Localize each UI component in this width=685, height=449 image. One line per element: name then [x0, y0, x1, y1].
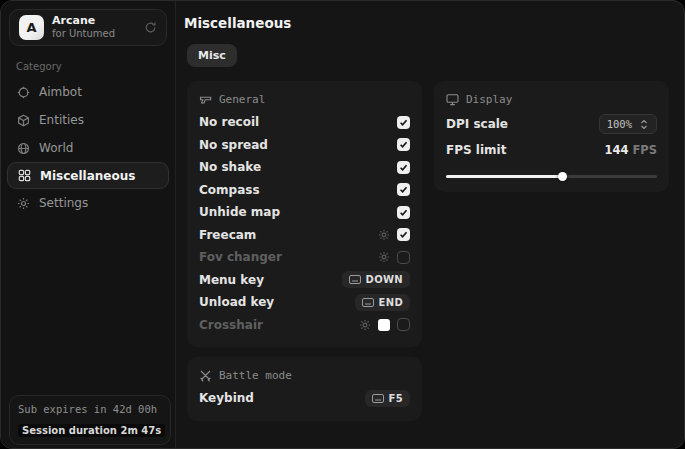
- page-title: Miscellaneous: [184, 15, 669, 31]
- sidebar-item-label: Miscellaneous: [40, 169, 135, 183]
- keyboard-icon: [349, 275, 361, 284]
- unload-key-keybind[interactable]: END: [355, 294, 410, 311]
- no-shake-checkbox[interactable]: [397, 161, 410, 174]
- freecam-settings-gear-icon[interactable]: [378, 229, 390, 241]
- fov-changer-settings-gear-icon[interactable]: [378, 251, 390, 263]
- sub-expiry-text: Sub expires in 42d 00h: [18, 403, 162, 415]
- no-recoil-checkbox[interactable]: [397, 116, 410, 129]
- fov-changer-checkbox[interactable]: [397, 251, 410, 264]
- setting-row-unload-key: Unload key END: [199, 291, 410, 314]
- fps-slider-thumb[interactable]: [558, 172, 567, 181]
- sidebar-item-label: World: [39, 141, 73, 155]
- swords-icon: [199, 369, 212, 382]
- category-label: Category: [16, 61, 175, 72]
- setting-row-dpi-scale: DPI scale 100%: [446, 111, 657, 137]
- sidebar-item-miscellaneous[interactable]: Miscellaneous: [7, 162, 169, 189]
- tab-bar: Misc: [187, 44, 669, 67]
- setting-row-compass: Compass: [199, 179, 410, 202]
- crosshair-checkbox[interactable]: [397, 318, 410, 331]
- general-panel-title: General: [219, 93, 265, 106]
- unhide-map-checkbox[interactable]: [397, 206, 410, 219]
- sidebar-item-label: Aimbot: [39, 85, 82, 99]
- sidebar-item-entities[interactable]: Entities: [1, 106, 175, 134]
- avatar: A: [19, 15, 44, 40]
- display-panel-header: Display: [446, 93, 657, 106]
- battle-keybind-value: F5: [389, 393, 403, 404]
- sidebar-nav: Aimbot Entities World: [1, 78, 175, 217]
- fps-limit-value: 144 FPS: [604, 143, 657, 157]
- setting-row-menu-key: Menu key DOWN: [199, 269, 410, 292]
- setting-row-keybind: Keybind F5: [199, 387, 410, 410]
- tab-misc[interactable]: Misc: [187, 44, 237, 67]
- brand-header[interactable]: A Arcane for Untumed: [9, 9, 167, 46]
- monitor-icon: [446, 93, 459, 106]
- gun-icon: [199, 93, 212, 106]
- battle-mode-panel-header: Battle mode: [199, 369, 410, 382]
- sidebar: A Arcane for Untumed Category Aimbot: [1, 1, 176, 448]
- menu-key-value: DOWN: [366, 274, 403, 285]
- gear-icon: [16, 197, 30, 210]
- setting-row-fov-changer: Fov changer: [199, 246, 410, 269]
- cycle-icon: [639, 119, 649, 130]
- setting-row-fps-limit: FPS limit 144 FPS: [446, 137, 657, 163]
- brand-subtitle: for Untumed: [52, 28, 115, 40]
- check-icon: [399, 140, 408, 149]
- sidebar-item-label: Entities: [39, 113, 84, 127]
- general-panel-header: General: [199, 93, 410, 106]
- check-icon: [399, 208, 408, 217]
- app-window: A Arcane for Untumed Category Aimbot: [0, 0, 685, 449]
- display-panel-title: Display: [466, 93, 512, 106]
- check-icon: [399, 118, 408, 127]
- keyboard-icon: [362, 298, 374, 307]
- check-icon: [399, 185, 408, 194]
- battle-mode-panel-title: Battle mode: [219, 369, 292, 382]
- grid-icon: [17, 169, 31, 182]
- fps-slider-fill: [446, 175, 562, 178]
- setting-row-no-spread: No spread: [199, 134, 410, 157]
- display-panel: Display DPI scale 100%: [434, 81, 669, 192]
- main-content: Miscellaneous Misc General: [176, 1, 684, 448]
- sidebar-item-label: Settings: [39, 196, 88, 210]
- check-icon: [399, 163, 408, 172]
- sync-icon[interactable]: [144, 21, 157, 34]
- sidebar-item-aimbot[interactable]: Aimbot: [1, 78, 175, 106]
- setting-row-crosshair: Crosshair: [199, 314, 410, 337]
- crosshair-color-swatch[interactable]: [378, 319, 390, 331]
- dpi-scale-select[interactable]: 100%: [599, 114, 657, 134]
- crosshair-icon: [16, 86, 30, 99]
- setting-row-unhide-map: Unhide map: [199, 201, 410, 224]
- sidebar-item-settings[interactable]: Settings: [1, 189, 175, 217]
- battle-mode-panel: Battle mode Keybind F5: [187, 357, 422, 421]
- brand-text: Arcane for Untumed: [52, 15, 115, 39]
- check-icon: [399, 230, 408, 239]
- freecam-checkbox[interactable]: [397, 228, 410, 241]
- dpi-scale-value: 100%: [607, 118, 632, 130]
- setting-row-no-shake: No shake: [199, 156, 410, 179]
- setting-row-freecam: Freecam: [199, 224, 410, 247]
- brand-title: Arcane: [52, 15, 115, 28]
- subscription-status: Sub expires in 42d 00h Session duration …: [9, 395, 171, 445]
- fps-limit-slider[interactable]: [446, 172, 657, 181]
- general-panel: General No recoil No spread No shake: [187, 81, 422, 347]
- crosshair-settings-gear-icon[interactable]: [359, 319, 371, 331]
- no-spread-checkbox[interactable]: [397, 138, 410, 151]
- unload-key-value: END: [379, 297, 403, 308]
- globe-icon: [16, 142, 30, 155]
- sidebar-item-world[interactable]: World: [1, 134, 175, 162]
- menu-key-keybind[interactable]: DOWN: [342, 271, 410, 288]
- keyboard-icon: [372, 394, 384, 403]
- compass-checkbox[interactable]: [397, 183, 410, 196]
- setting-row-no-recoil: No recoil: [199, 111, 410, 134]
- battle-mode-keybind[interactable]: F5: [365, 390, 410, 407]
- cube-icon: [16, 114, 30, 127]
- session-duration-text: Session duration 2m 47s: [18, 424, 165, 437]
